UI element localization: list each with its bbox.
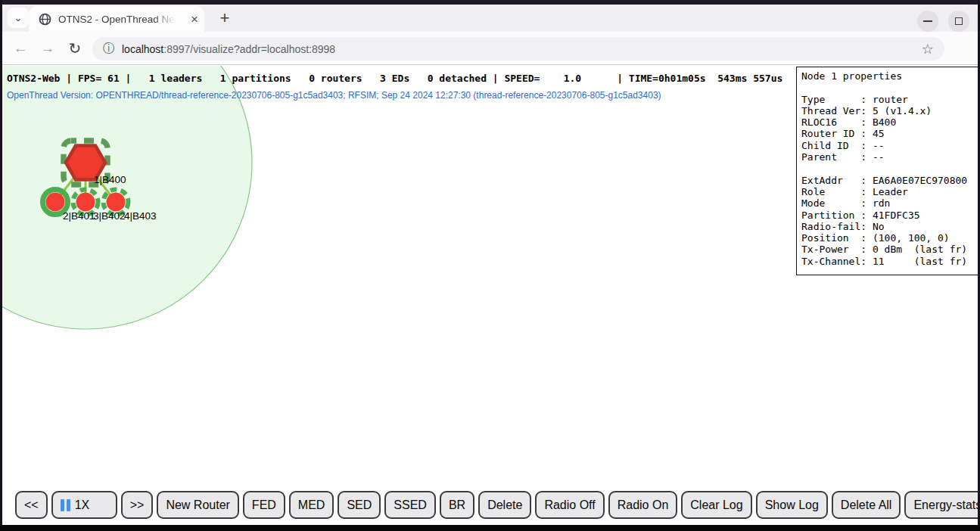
- fast-forward-button[interactable]: >>: [121, 491, 154, 519]
- network-topology-svg: 1|B400 2|B401 3|B402 4|B403: [2, 66, 794, 486]
- window-frame-top: [0, 0, 980, 5]
- url-host: localhost: [122, 43, 163, 55]
- browser-toolbar: ← → ↻ ⓘ localhost:8997/visualize?addr=lo…: [2, 32, 978, 65]
- browser-tab[interactable]: OTNS2 - OpenThread Ne ×: [29, 6, 204, 32]
- fed-button[interactable]: FED: [243, 491, 285, 519]
- radio-off-button[interactable]: Radio Off: [535, 491, 604, 519]
- radio-range-circle: [2, 66, 252, 329]
- maximize-icon: [955, 17, 963, 25]
- br-button[interactable]: BR: [440, 491, 474, 519]
- end-device-node[interactable]: [107, 193, 126, 212]
- node-label: 1|B400: [94, 174, 126, 185]
- bookmark-star-icon[interactable]: ☆: [922, 41, 934, 57]
- tab-strip: ⌄ OTNS2 - OpenThread Ne × +: [2, 5, 978, 32]
- delete-all-button[interactable]: Delete All: [832, 491, 901, 519]
- node-label: 4|B403: [124, 210, 157, 222]
- new-tab-button[interactable]: +: [213, 7, 236, 30]
- site-info-icon[interactable]: ⓘ: [103, 41, 115, 57]
- ssed-button[interactable]: SSED: [384, 491, 436, 519]
- tab-close-icon[interactable]: ×: [191, 13, 198, 26]
- minimize-icon: [923, 20, 932, 22]
- reload-button[interactable]: ↻: [64, 32, 86, 65]
- show-log-button[interactable]: Show Log: [756, 491, 828, 519]
- openthread-version-text: OpenThread Version: OPENTHREAD/thread-re…: [7, 91, 661, 101]
- window-frame-left: [0, 0, 2, 531]
- node-label: 2|B401: [63, 210, 95, 222]
- rewind-button[interactable]: <<: [15, 491, 48, 519]
- address-bar[interactable]: ⓘ localhost:8997/visualize?addr=localhos…: [92, 37, 944, 61]
- node-label: 3|B402: [93, 210, 126, 222]
- browser-window: ⌄ OTNS2 - OpenThread Ne × + ← → ↻ ⓘ loca…: [0, 0, 980, 531]
- url-text: localhost:8997/visualize?addr=localhost:…: [122, 43, 335, 55]
- sed-button[interactable]: SED: [338, 491, 381, 519]
- radio-on-button[interactable]: Radio On: [608, 491, 678, 519]
- speed-label: 1X: [75, 498, 90, 512]
- med-button[interactable]: MED: [289, 491, 334, 519]
- tab-title: OTNS2 - OpenThread Ne: [58, 14, 175, 25]
- chevron-down-icon: ⌄: [14, 12, 23, 23]
- clear-log-button[interactable]: Clear Log: [681, 491, 751, 519]
- new-router-button[interactable]: New Router: [157, 491, 238, 519]
- end-device-node[interactable]: [76, 193, 95, 212]
- forward-button[interactable]: →: [36, 32, 59, 65]
- globe-favicon-icon: [39, 13, 51, 26]
- simulator-status-bar: OTNS2-Web | FPS= 61 | 1 leaders 1 partit…: [7, 73, 782, 84]
- minimize-button[interactable]: [917, 11, 938, 32]
- back-button[interactable]: ←: [9, 32, 32, 65]
- maximize-button[interactable]: [948, 11, 969, 32]
- speed-button[interactable]: 1X: [51, 491, 117, 519]
- pause-icon: [61, 499, 70, 511]
- window-frame-bottom: [0, 525, 980, 531]
- node-properties-text: Node 1 properties Type : router Thread V…: [801, 70, 978, 267]
- energy-stats-button[interactable]: Energy-stats ↗: [904, 491, 978, 519]
- control-bar: << 1X >> New Router FED MED SED SSED BR …: [15, 491, 978, 519]
- tab-search-button[interactable]: ⌄: [8, 8, 29, 28]
- end-device-node[interactable]: [46, 193, 65, 212]
- node-properties-panel: Node 1 properties Type : router Thread V…: [796, 67, 978, 275]
- otns-visualizer-canvas: 1|B400 2|B401 3|B402 4|B403 OTNS2-Web | …: [2, 66, 978, 525]
- url-path: :8997/visualize?addr=localhost:8998: [163, 43, 335, 55]
- delete-button[interactable]: Delete: [478, 491, 531, 519]
